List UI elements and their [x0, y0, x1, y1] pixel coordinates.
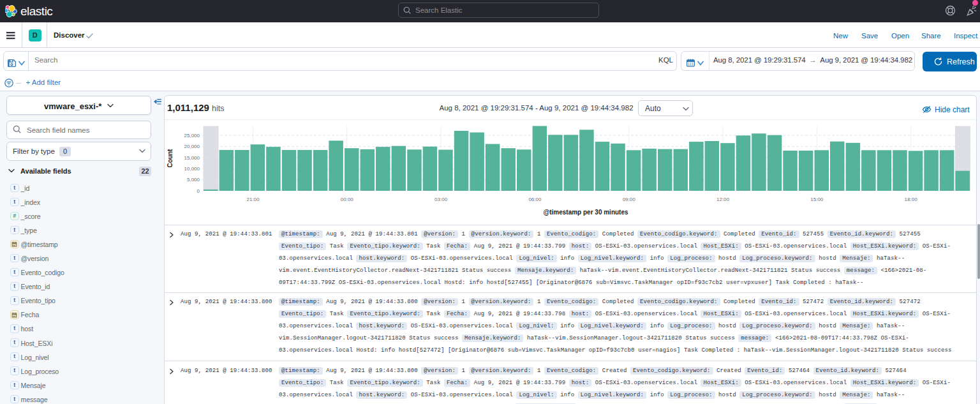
svg-text:09:00: 09:00	[623, 197, 636, 202]
svg-text:Count: Count	[167, 149, 174, 168]
svg-text:18:00: 18:00	[905, 197, 918, 202]
svg-text:25,000: 25,000	[184, 133, 200, 138]
svg-text:5,000: 5,000	[187, 177, 200, 183]
svg-text:03:00: 03:00	[434, 197, 448, 202]
svg-text:00:00: 00:00	[341, 197, 354, 202]
svg-text:0: 0	[197, 188, 200, 194]
svg-text:10,000: 10,000	[184, 166, 200, 172]
svg-text:06:00: 06:00	[528, 197, 542, 202]
svg-text:15:00: 15:00	[810, 197, 824, 202]
svg-text:15,000: 15,000	[184, 155, 200, 161]
svg-text:20,000: 20,000	[184, 144, 200, 149]
svg-text:12:00: 12:00	[716, 197, 730, 202]
svg-text:@timestamp per 30 minutes: @timestamp per 30 minutes	[543, 209, 628, 216]
svg-text:21:00: 21:00	[246, 197, 260, 202]
